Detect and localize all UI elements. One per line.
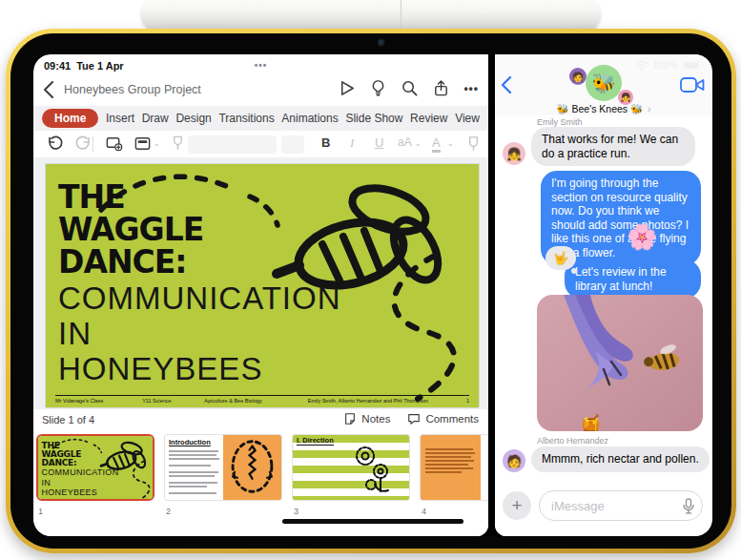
flower-sticker[interactable]: 🌸 — [627, 222, 657, 252]
slide-layout-icon[interactable] — [134, 135, 152, 153]
back-icon[interactable] — [501, 75, 512, 94]
thumbnail-slide-2[interactable]: Introduction — [164, 434, 282, 501]
thumbnail-number: 4 — [422, 507, 426, 516]
sender-label: Alberto Hernandez — [537, 436, 608, 446]
thumbnail-number: 3 — [294, 507, 298, 516]
comments-icon — [407, 412, 421, 425]
detail-chevron-icon: › — [648, 103, 651, 114]
bee-emoji: 🐝 — [556, 103, 568, 114]
front-camera — [378, 39, 385, 47]
thumbnail-number: 2 — [166, 507, 171, 516]
tab-review[interactable]: Review — [410, 112, 447, 125]
avatar[interactable]: 👧 — [503, 142, 525, 165]
comments-label: Comments — [425, 413, 479, 425]
group-name-row[interactable]: 🐝 Bee's Knees 🐝 › — [495, 103, 712, 115]
message-bubble-received[interactable]: That works for me! We can do a practice … — [531, 127, 695, 166]
notes-label: Notes — [361, 413, 390, 425]
thumbnail-slide-3[interactable]: I. Direction — [292, 434, 410, 501]
ipad-screen: 09:41Tue 1 Apr ••• Honeybees Group Proje… — [33, 54, 712, 536]
group-avatar[interactable]: 🐝 — [586, 65, 622, 101]
tab-view[interactable]: View — [455, 112, 480, 125]
slide-subtitle-line: COMMUNICATION — [58, 280, 341, 316]
flower-doodle — [342, 443, 401, 498]
conversation-header: 🧑 🐝 👧 🐝 Bee's Knees 🐝 › — [495, 54, 712, 115]
underline-button[interactable]: U — [375, 135, 383, 150]
more-options-icon[interactable]: ••• — [463, 82, 479, 95]
footer-page-number: 1 — [458, 398, 469, 404]
share-icon[interactable] — [432, 79, 450, 97]
redo-icon[interactable] — [74, 135, 93, 153]
slide-title[interactable]: THE WAGGLE DANCE: — [58, 181, 203, 279]
comments-button[interactable]: Comments — [407, 412, 479, 425]
slide-title-line: DANCE: — [58, 246, 203, 279]
footer-subject: Y11 Science — [142, 398, 204, 404]
facetime-video-icon[interactable] — [680, 76, 705, 93]
honey-pot-sticker[interactable]: 🍯 — [579, 413, 603, 431]
home-indicator[interactable] — [282, 519, 463, 524]
thumbnail-slide-4[interactable] — [420, 434, 488, 501]
status-time: 09:41 — [44, 60, 71, 72]
footer-topic: Apiculture & Bee Biology — [204, 398, 308, 404]
avatar[interactable]: 🧑 — [503, 449, 525, 472]
document-title[interactable]: Honeybees Group Project — [64, 83, 201, 96]
slide-title-line: THE — [58, 181, 203, 214]
color-chevron-icon: ⌄ — [447, 139, 454, 148]
powerpoint-pane: 09:41Tue 1 Apr ••• Honeybees Group Proje… — [33, 54, 488, 536]
tab-design[interactable]: Design — [175, 112, 211, 125]
footer-authors: Emily Smith, Alberto Hernandez and Phil … — [308, 398, 458, 404]
messages-pane: ••• 100% 🧑 🐝 👧 — [495, 54, 712, 536]
font-name-field[interactable] — [188, 135, 277, 154]
format-painter-icon[interactable] — [169, 135, 187, 153]
bold-button[interactable]: B — [321, 135, 330, 150]
tab-transitions[interactable]: Transitions — [218, 112, 274, 125]
search-icon[interactable] — [401, 79, 419, 97]
font-color-button[interactable]: A — [432, 135, 441, 153]
tab-draw[interactable]: Draw — [142, 112, 169, 125]
add-attachment-button[interactable]: + — [503, 491, 531, 520]
tab-slideshow[interactable]: Slide Show — [345, 112, 402, 125]
thumbnail-slide-1[interactable]: THE WAGGLE DANCE: COMMUNICATION IN HONEY… — [36, 434, 154, 501]
message-bubble-received[interactable]: Mmmm, rich nectar and pollen. — [531, 446, 710, 472]
toolbar-divider — [93, 136, 93, 152]
present-play-icon[interactable] — [338, 79, 356, 97]
footer-class: Mr Vidanage's Class — [55, 398, 142, 404]
notes-button[interactable]: Notes — [343, 412, 390, 425]
photo-scene: 09:41Tue 1 Apr ••• Honeybees Group Proje… — [0, 0, 741, 560]
tab-insert[interactable]: Insert — [106, 112, 134, 125]
new-slide-icon[interactable] — [105, 135, 123, 153]
tapback-reaction[interactable]: 🤟 — [545, 246, 576, 270]
message-composer: + — [495, 482, 712, 536]
slide-canvas: THE WAGGLE DANCE: COMMUNICATION IN HONEY… — [33, 157, 488, 409]
photo-attachment-bee-flower[interactable]: 🍯 — [537, 295, 703, 431]
window-controls-icon[interactable]: ••• — [255, 60, 268, 71]
ideas-lightbulb-icon[interactable] — [369, 79, 387, 97]
undo-icon[interactable] — [46, 135, 64, 153]
tab-home[interactable]: Home — [42, 109, 98, 128]
text-case-button[interactable]: aA — [398, 135, 412, 149]
microphone-icon[interactable] — [683, 498, 694, 514]
member-avatar: 🧑 — [569, 68, 587, 85]
status-date: Tue 1 Apr — [76, 60, 124, 72]
tab-animations[interactable]: Animations — [281, 112, 338, 125]
slide-counter: Slide 1 of 4 — [42, 414, 94, 425]
group-name: Bee's Knees — [571, 103, 628, 114]
imessage-input[interactable] — [539, 490, 703, 521]
back-icon[interactable] — [43, 81, 54, 98]
italic-button[interactable]: I — [350, 135, 354, 151]
slide-subtitle-line: IN — [58, 316, 341, 351]
bee-emoji: 🐝 — [630, 103, 643, 114]
slide-subtitle-line: HONEYBEES — [58, 351, 341, 386]
nav-action-icons: ••• — [338, 79, 479, 97]
slide-title-line: WAGGLE — [58, 214, 203, 246]
slide-subtitle[interactable]: COMMUNICATION IN HONEYBEES — [58, 280, 341, 386]
message-thread: Emily Smith 👧 That works for me! We can … — [495, 54, 712, 482]
font-size-field[interactable] — [281, 135, 304, 154]
case-chevron-icon: ⌄ — [415, 139, 422, 148]
highlighter-icon[interactable] — [464, 135, 483, 153]
slide-editor[interactable]: THE WAGGLE DANCE: COMMUNICATION IN HONEY… — [46, 164, 479, 407]
layout-chevron-icon: ⌄ — [154, 139, 160, 148]
format-toolbar: ⌄ B I U aA ⌄ A ⌄ — [33, 131, 488, 157]
sender-label: Emily Smith — [537, 117, 583, 127]
message-bubble-sent[interactable]: Let's review in the library at lunch! — [565, 259, 701, 299]
thumbnail-number: 1 — [38, 507, 43, 516]
